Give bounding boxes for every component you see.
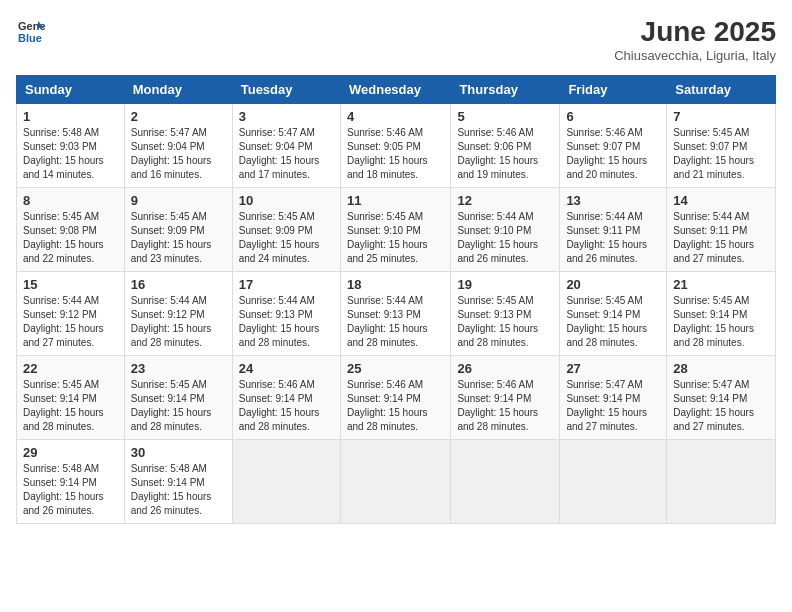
calendar-week-row: 29 Sunrise: 5:48 AM Sunset: 9:14 PM Dayl… (17, 440, 776, 524)
day-cell-3: 3 Sunrise: 5:47 AM Sunset: 9:04 PM Dayli… (232, 104, 340, 188)
day-number: 14 (673, 193, 769, 208)
day-cell-14: 14 Sunrise: 5:44 AM Sunset: 9:11 PM Dayl… (667, 188, 776, 272)
day-number: 1 (23, 109, 118, 124)
day-info: Sunrise: 5:47 AM Sunset: 9:14 PM Dayligh… (673, 378, 769, 434)
day-info: Sunrise: 5:46 AM Sunset: 9:14 PM Dayligh… (239, 378, 334, 434)
day-cell-5: 5 Sunrise: 5:46 AM Sunset: 9:06 PM Dayli… (451, 104, 560, 188)
day-number: 11 (347, 193, 444, 208)
day-cell-11: 11 Sunrise: 5:45 AM Sunset: 9:10 PM Dayl… (340, 188, 450, 272)
calendar-week-row: 15 Sunrise: 5:44 AM Sunset: 9:12 PM Dayl… (17, 272, 776, 356)
day-info: Sunrise: 5:46 AM Sunset: 9:06 PM Dayligh… (457, 126, 553, 182)
svg-text:Blue: Blue (18, 32, 42, 44)
calendar-week-row: 8 Sunrise: 5:45 AM Sunset: 9:08 PM Dayli… (17, 188, 776, 272)
logo: General Blue (16, 16, 50, 46)
day-info: Sunrise: 5:44 AM Sunset: 9:13 PM Dayligh… (347, 294, 444, 350)
col-thursday: Thursday (451, 76, 560, 104)
day-cell-12: 12 Sunrise: 5:44 AM Sunset: 9:10 PM Dayl… (451, 188, 560, 272)
day-info: Sunrise: 5:45 AM Sunset: 9:07 PM Dayligh… (673, 126, 769, 182)
day-number: 29 (23, 445, 118, 460)
location-title: Chiusavecchia, Liguria, Italy (614, 48, 776, 63)
day-cell-20: 20 Sunrise: 5:45 AM Sunset: 9:14 PM Dayl… (560, 272, 667, 356)
day-info: Sunrise: 5:45 AM Sunset: 9:14 PM Dayligh… (23, 378, 118, 434)
day-number: 4 (347, 109, 444, 124)
day-info: Sunrise: 5:48 AM Sunset: 9:03 PM Dayligh… (23, 126, 118, 182)
day-number: 23 (131, 361, 226, 376)
day-cell-21: 21 Sunrise: 5:45 AM Sunset: 9:14 PM Dayl… (667, 272, 776, 356)
day-cell-30: 30 Sunrise: 5:48 AM Sunset: 9:14 PM Dayl… (124, 440, 232, 524)
day-info: Sunrise: 5:44 AM Sunset: 9:12 PM Dayligh… (23, 294, 118, 350)
day-cell-1: 1 Sunrise: 5:48 AM Sunset: 9:03 PM Dayli… (17, 104, 125, 188)
day-number: 19 (457, 277, 553, 292)
empty-cell (667, 440, 776, 524)
day-cell-27: 27 Sunrise: 5:47 AM Sunset: 9:14 PM Dayl… (560, 356, 667, 440)
calendar-header-row: Sunday Monday Tuesday Wednesday Thursday… (17, 76, 776, 104)
day-info: Sunrise: 5:44 AM Sunset: 9:11 PM Dayligh… (566, 210, 660, 266)
day-cell-29: 29 Sunrise: 5:48 AM Sunset: 9:14 PM Dayl… (17, 440, 125, 524)
day-cell-13: 13 Sunrise: 5:44 AM Sunset: 9:11 PM Dayl… (560, 188, 667, 272)
col-tuesday: Tuesday (232, 76, 340, 104)
day-info: Sunrise: 5:44 AM Sunset: 9:10 PM Dayligh… (457, 210, 553, 266)
day-info: Sunrise: 5:46 AM Sunset: 9:14 PM Dayligh… (347, 378, 444, 434)
calendar-week-row: 22 Sunrise: 5:45 AM Sunset: 9:14 PM Dayl… (17, 356, 776, 440)
day-number: 3 (239, 109, 334, 124)
day-cell-18: 18 Sunrise: 5:44 AM Sunset: 9:13 PM Dayl… (340, 272, 450, 356)
calendar-table: Sunday Monday Tuesday Wednesday Thursday… (16, 75, 776, 524)
empty-cell (232, 440, 340, 524)
day-info: Sunrise: 5:46 AM Sunset: 9:14 PM Dayligh… (457, 378, 553, 434)
day-cell-2: 2 Sunrise: 5:47 AM Sunset: 9:04 PM Dayli… (124, 104, 232, 188)
day-info: Sunrise: 5:47 AM Sunset: 9:04 PM Dayligh… (239, 126, 334, 182)
day-info: Sunrise: 5:45 AM Sunset: 9:09 PM Dayligh… (131, 210, 226, 266)
day-info: Sunrise: 5:45 AM Sunset: 9:08 PM Dayligh… (23, 210, 118, 266)
day-cell-16: 16 Sunrise: 5:44 AM Sunset: 9:12 PM Dayl… (124, 272, 232, 356)
day-cell-15: 15 Sunrise: 5:44 AM Sunset: 9:12 PM Dayl… (17, 272, 125, 356)
col-saturday: Saturday (667, 76, 776, 104)
day-number: 8 (23, 193, 118, 208)
day-number: 10 (239, 193, 334, 208)
day-cell-10: 10 Sunrise: 5:45 AM Sunset: 9:09 PM Dayl… (232, 188, 340, 272)
day-number: 28 (673, 361, 769, 376)
title-area: June 2025 Chiusavecchia, Liguria, Italy (614, 16, 776, 63)
calendar-week-row: 1 Sunrise: 5:48 AM Sunset: 9:03 PM Dayli… (17, 104, 776, 188)
day-info: Sunrise: 5:45 AM Sunset: 9:14 PM Dayligh… (131, 378, 226, 434)
col-wednesday: Wednesday (340, 76, 450, 104)
empty-cell (340, 440, 450, 524)
day-number: 21 (673, 277, 769, 292)
day-info: Sunrise: 5:45 AM Sunset: 9:13 PM Dayligh… (457, 294, 553, 350)
day-number: 13 (566, 193, 660, 208)
day-number: 30 (131, 445, 226, 460)
day-number: 6 (566, 109, 660, 124)
day-info: Sunrise: 5:45 AM Sunset: 9:14 PM Dayligh… (566, 294, 660, 350)
empty-cell (560, 440, 667, 524)
day-info: Sunrise: 5:47 AM Sunset: 9:14 PM Dayligh… (566, 378, 660, 434)
day-number: 22 (23, 361, 118, 376)
day-number: 18 (347, 277, 444, 292)
day-cell-26: 26 Sunrise: 5:46 AM Sunset: 9:14 PM Dayl… (451, 356, 560, 440)
col-sunday: Sunday (17, 76, 125, 104)
day-info: Sunrise: 5:48 AM Sunset: 9:14 PM Dayligh… (23, 462, 118, 518)
col-friday: Friday (560, 76, 667, 104)
day-number: 15 (23, 277, 118, 292)
day-cell-17: 17 Sunrise: 5:44 AM Sunset: 9:13 PM Dayl… (232, 272, 340, 356)
day-info: Sunrise: 5:48 AM Sunset: 9:14 PM Dayligh… (131, 462, 226, 518)
day-number: 24 (239, 361, 334, 376)
day-cell-19: 19 Sunrise: 5:45 AM Sunset: 9:13 PM Dayl… (451, 272, 560, 356)
day-number: 7 (673, 109, 769, 124)
day-info: Sunrise: 5:46 AM Sunset: 9:05 PM Dayligh… (347, 126, 444, 182)
day-info: Sunrise: 5:44 AM Sunset: 9:11 PM Dayligh… (673, 210, 769, 266)
day-info: Sunrise: 5:45 AM Sunset: 9:14 PM Dayligh… (673, 294, 769, 350)
day-number: 17 (239, 277, 334, 292)
day-cell-9: 9 Sunrise: 5:45 AM Sunset: 9:09 PM Dayli… (124, 188, 232, 272)
day-number: 27 (566, 361, 660, 376)
day-info: Sunrise: 5:46 AM Sunset: 9:07 PM Dayligh… (566, 126, 660, 182)
page-header: General Blue June 2025 Chiusavecchia, Li… (16, 16, 776, 63)
col-monday: Monday (124, 76, 232, 104)
day-number: 26 (457, 361, 553, 376)
day-info: Sunrise: 5:45 AM Sunset: 9:09 PM Dayligh… (239, 210, 334, 266)
day-number: 9 (131, 193, 226, 208)
day-info: Sunrise: 5:44 AM Sunset: 9:13 PM Dayligh… (239, 294, 334, 350)
day-cell-28: 28 Sunrise: 5:47 AM Sunset: 9:14 PM Dayl… (667, 356, 776, 440)
day-cell-7: 7 Sunrise: 5:45 AM Sunset: 9:07 PM Dayli… (667, 104, 776, 188)
month-title: June 2025 (614, 16, 776, 48)
day-cell-4: 4 Sunrise: 5:46 AM Sunset: 9:05 PM Dayli… (340, 104, 450, 188)
empty-cell (451, 440, 560, 524)
